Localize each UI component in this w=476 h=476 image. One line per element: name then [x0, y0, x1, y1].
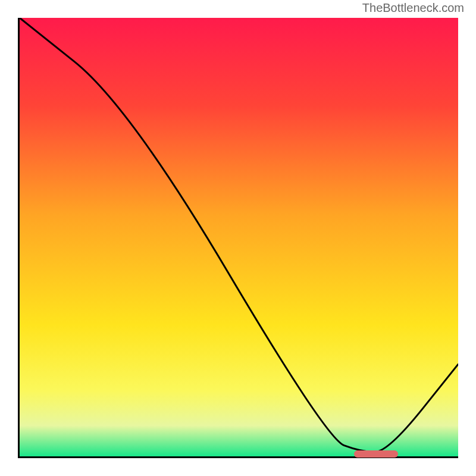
- attribution-text: TheBottleneck.com: [362, 1, 464, 15]
- bottleneck-curve: [20, 18, 458, 456]
- optimal-range-marker: [354, 450, 398, 458]
- plot-area: [18, 18, 458, 458]
